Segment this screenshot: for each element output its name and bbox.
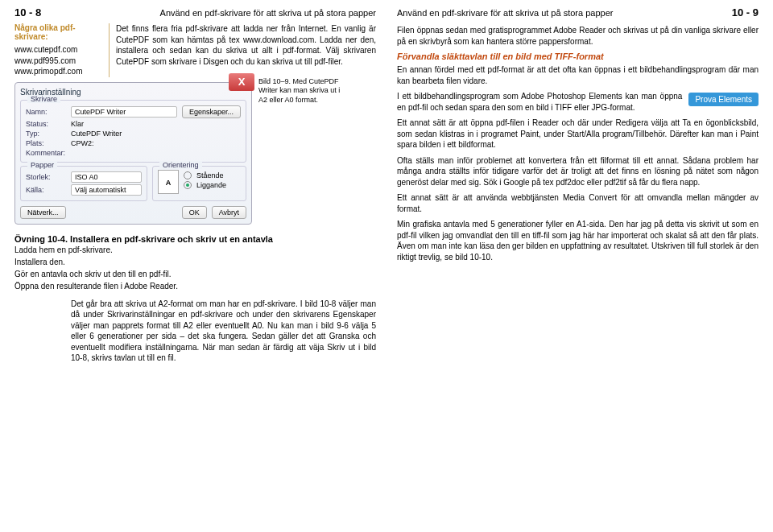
plats-label: Plats: <box>26 139 66 147</box>
page-header-right: Använd en pdf-skrivare för att skriva ut… <box>397 6 759 19</box>
kalla-label: Källa: <box>26 186 66 194</box>
right-p2: En annan fördel med ett pdf-format är at… <box>397 64 759 86</box>
storlek-label: Storlek: <box>26 173 66 181</box>
ok-button[interactable]: OK <box>182 206 207 219</box>
orientation-group: Orientering A Stående Liggande <box>152 166 246 201</box>
figure-wrap: X Skrivarinställning Skrivare Namn: Cute… <box>14 77 376 231</box>
right-p4: Ett annat sätt är att öppna pdf-filen i … <box>397 118 759 151</box>
left-main-col: Det finns flera fria pdf-skrivare att la… <box>116 23 376 77</box>
sidebar-link-3: www.primopdf.com <box>14 66 104 77</box>
type-value: CutePDF Writer <box>71 130 122 138</box>
paper-group: Papper Storlek: ISO A0 Källa: Välj autom… <box>20 166 147 201</box>
page-number-left: 10 - 8 <box>14 6 41 19</box>
network-button[interactable]: Nätverk... <box>20 206 66 219</box>
name-label: Namn: <box>26 108 66 116</box>
left-block-paragraph: Det går bra att skriva ut A2-format om m… <box>71 299 376 364</box>
exercise-title: Övning 10-4. Installera en pdf-skrivare … <box>14 234 376 244</box>
plats-value: CPW2: <box>71 139 94 147</box>
right-p7: Min grafiska antavla med 5 generationer … <box>397 219 759 262</box>
dialog-footer: Nätverk... OK Avbryt <box>20 206 246 219</box>
prova-elements-button[interactable]: Prova Elements <box>688 93 759 106</box>
name-field[interactable]: CutePDF Writer <box>71 106 177 118</box>
printer-group: Skrivare Namn: CutePDF Writer Egenskaper… <box>20 100 246 163</box>
exercise-line-2: Installera den. <box>14 256 376 268</box>
landscape-label: Liggande <box>196 181 226 189</box>
printer-group-label: Skrivare <box>27 95 60 103</box>
close-icon[interactable]: X <box>229 73 254 91</box>
exercise-block: Övning 10-4. Installera en pdf-skrivare … <box>14 234 376 292</box>
orientation-preview-icon: A <box>158 170 179 194</box>
orientation-group-label: Orientering <box>159 161 202 169</box>
landscape-radio[interactable] <box>184 181 192 189</box>
right-page: Använd en pdf-skrivare för att skriva ut… <box>397 6 759 526</box>
cancel-button[interactable]: Avbryt <box>212 206 246 219</box>
sidebar-title: Några olika pdf-skrivare: <box>14 23 104 41</box>
status-value: Klar <box>71 120 84 128</box>
storlek-field[interactable]: ISO A0 <box>71 171 142 183</box>
paper-group-label: Papper <box>27 161 57 169</box>
kommentar-label: Kommentar: <box>26 149 66 157</box>
running-head-right: Använd en pdf-skrivare för att skriva ut… <box>397 8 613 18</box>
printer-settings-dialog: X Skrivarinställning Skrivare Namn: Cute… <box>14 82 252 225</box>
figure-caption: Bild 10–9. Med CutePDF Writer kan man sk… <box>258 77 347 105</box>
status-label: Status: <box>26 120 66 128</box>
portrait-label: Stående <box>196 171 224 179</box>
left-page: 10 - 8 Använd en pdf-skrivare för att sk… <box>14 6 376 526</box>
type-label: Typ: <box>26 130 66 138</box>
subheading: Förvandla släkttavlan till en bild med T… <box>397 52 759 61</box>
right-content: Filen öppnas sedan med gratisprogrammet … <box>397 25 759 267</box>
right-p6: Ett annat sätt är att använda webbtjänst… <box>397 192 759 214</box>
left-columns: Några olika pdf-skrivare: www.cutepdf.co… <box>14 23 376 77</box>
properties-button[interactable]: Egenskaper... <box>182 105 241 118</box>
portrait-radio[interactable] <box>184 171 192 179</box>
page-number-right: 10 - 9 <box>732 6 759 19</box>
running-head-left: Använd en pdf-skrivare för att skriva ut… <box>160 8 376 18</box>
sidebar-link-1: www.cutepdf.com <box>14 44 104 56</box>
kalla-field[interactable]: Välj automatiskt <box>71 184 142 196</box>
sidebar-box: Några olika pdf-skrivare: www.cutepdf.co… <box>14 23 110 77</box>
sidebar-link-2: www.pdf995.com <box>14 56 104 67</box>
right-p1: Filen öppnas sedan med gratisprogrammet … <box>397 25 759 47</box>
exercise-line-1: Ladda hem en pdf-skrivare. <box>14 244 376 256</box>
page-header-left: 10 - 8 Använd en pdf-skrivare för att sk… <box>14 6 376 19</box>
exercise-line-3: Gör en antavla och skriv ut den till en … <box>14 268 376 280</box>
exercise-line-4: Öppna den resulterande filen i Adobe Rea… <box>14 280 376 292</box>
intro-paragraph: Det finns flera fria pdf-skrivare att la… <box>116 23 376 67</box>
right-p5: Ofta ställs man inför problemet att konv… <box>397 155 759 188</box>
